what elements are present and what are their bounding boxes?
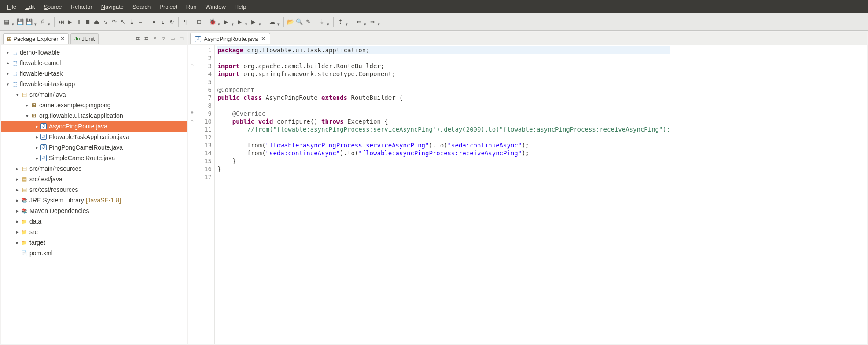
expand-arrow-icon[interactable]: ▸: [5, 60, 11, 66]
breakpoint-icon[interactable]: ●: [150, 18, 158, 26]
maximize-icon[interactable]: ◻: [178, 35, 185, 42]
tree-node[interactable]: ▸flowable-camel: [1, 58, 187, 68]
menu-run[interactable]: Run: [182, 1, 201, 13]
tree-node[interactable]: ▾src/main/java: [1, 89, 187, 100]
expand-arrow-icon[interactable]: ▸: [34, 155, 40, 161]
expand-arrow-icon[interactable]: ▸: [15, 219, 21, 224]
editor-tab[interactable]: AsyncPingRoute.java ✕: [190, 33, 270, 44]
tree-node[interactable]: ▸Maven Dependencies: [1, 206, 187, 216]
tree-node[interactable]: ▸src/main/resources: [1, 163, 187, 174]
debug-step-icon[interactable]: ▶: [66, 18, 74, 26]
dropdown-icon[interactable]: [48, 20, 51, 24]
tree-node[interactable]: ▸data: [1, 216, 187, 227]
close-icon[interactable]: ✕: [60, 36, 65, 42]
expand-arrow-icon[interactable]: ▸: [15, 240, 21, 246]
menu-window[interactable]: Window: [201, 1, 230, 13]
new-server-icon[interactable]: ☁: [268, 18, 276, 26]
tree-node[interactable]: ▾flowable-ui-task-app: [1, 79, 187, 89]
tree-node[interactable]: ▸target: [1, 237, 187, 248]
step-return-icon[interactable]: ↖: [119, 18, 127, 26]
next-icon[interactable]: ⇣: [318, 18, 326, 26]
menu-project[interactable]: Project: [155, 1, 181, 13]
dropdown-icon[interactable]: [232, 20, 235, 24]
code-line[interactable]: [217, 54, 670, 62]
expand-arrow-icon[interactable]: ▸: [15, 229, 21, 235]
save-all-icon[interactable]: 💾: [25, 18, 33, 26]
step-into-icon[interactable]: ↘: [101, 18, 109, 26]
expand-arrow-icon[interactable]: ▸: [15, 187, 21, 193]
back-icon[interactable]: ⇐: [355, 18, 363, 26]
expr-icon[interactable]: ᴇ: [159, 18, 167, 26]
expand-arrow-icon[interactable]: ▸: [34, 145, 40, 150]
view-menu-icon[interactable]: ⚬: [151, 35, 158, 42]
code-line[interactable]: public class AsyncPingRoute extends Rout…: [217, 94, 670, 102]
menu-search[interactable]: Search: [128, 1, 155, 13]
tree-node[interactable]: ▸demo-flowable: [1, 47, 187, 58]
dropdown-icon[interactable]: [34, 20, 38, 24]
code-content[interactable]: package org.flowable.ui.task.application…: [215, 45, 673, 344]
dropdown-icon[interactable]: [12, 20, 15, 24]
prev-icon[interactable]: ⇡: [336, 18, 344, 26]
dropdown-icon[interactable]: [346, 20, 349, 24]
tree-node[interactable]: ▸FlowableTaskApplication.java: [1, 132, 187, 142]
menu-refactor[interactable]: Refactor: [66, 1, 97, 13]
stop-icon[interactable]: ⏹: [84, 18, 92, 26]
dropdown-icon[interactable]: [245, 20, 249, 24]
task-icon[interactable]: ✎: [304, 18, 312, 26]
step-over-icon[interactable]: ↷: [110, 18, 118, 26]
code-line[interactable]: from("flowable:asyncPingProcess:serviceA…: [217, 141, 670, 149]
tree-node[interactable]: ▸JRE System Library[JavaSE-1.8]: [1, 195, 187, 206]
code-line[interactable]: public void configure() throws Exception…: [217, 117, 670, 125]
code-line[interactable]: }: [217, 165, 670, 173]
save-icon[interactable]: 💾: [16, 18, 24, 26]
project-tree[interactable]: ▸demo-flowable▸flowable-camel▸flowable-u…: [1, 45, 187, 344]
skip-icon[interactable]: ⏭: [57, 18, 65, 26]
code-line[interactable]: [217, 78, 670, 86]
tab-package-explorer[interactable]: Package Explorer ✕: [3, 33, 69, 44]
dropdown-icon[interactable]: [364, 20, 368, 24]
expand-arrow-icon[interactable]: ▸: [34, 124, 40, 129]
expand-arrow-icon[interactable]: ▸: [15, 198, 21, 203]
code-area[interactable]: ⊖⊖△ 1234567891011121314151617 package or…: [188, 45, 867, 344]
tree-node[interactable]: ▸AsyncPingRoute.java: [1, 121, 187, 132]
pause-icon[interactable]: ⏸: [75, 18, 83, 26]
menu-help[interactable]: Help: [230, 1, 251, 13]
run-ext-icon[interactable]: ▶: [250, 18, 257, 26]
run-icon[interactable]: ▶: [222, 18, 230, 26]
code-line[interactable]: [217, 102, 670, 110]
dropdown-icon[interactable]: [378, 20, 381, 24]
menu-file[interactable]: File: [3, 1, 21, 13]
expand-arrow-icon[interactable]: ▸: [5, 71, 11, 77]
fwd-icon[interactable]: ⇒: [368, 18, 376, 26]
tree-node[interactable]: pom.xml: [1, 248, 187, 258]
tree-node[interactable]: ▸PingPongCamelRoute.java: [1, 142, 187, 153]
new-pkg-icon[interactable]: ⊞: [195, 18, 203, 26]
minimize-icon[interactable]: ▭: [169, 35, 176, 42]
expand-arrow-icon[interactable]: ▾: [15, 92, 21, 98]
code-line[interactable]: package org.flowable.ui.task.application…: [217, 46, 670, 54]
code-line[interactable]: import org.apache.camel.builder.RouteBui…: [217, 62, 670, 70]
code-line[interactable]: @Override: [217, 110, 670, 117]
link-editor-icon[interactable]: ⇄: [143, 35, 150, 42]
new-icon[interactable]: ▤: [3, 18, 11, 26]
tree-node[interactable]: ▸SimpleCamelRoute.java: [1, 153, 187, 163]
dropdown-icon[interactable]: [327, 20, 331, 24]
dropdown-icon[interactable]: [218, 20, 221, 24]
code-line[interactable]: //from("flowable:asyncPingProcess:servic…: [217, 125, 670, 133]
tree-node[interactable]: ▸flowable-ui-task: [1, 68, 187, 79]
dropdown-icon[interactable]: ▿: [160, 35, 167, 42]
tree-node[interactable]: ▸src/test/resources: [1, 184, 187, 195]
tab-junit[interactable]: Ju JUnit: [70, 33, 99, 44]
code-line[interactable]: import org.springframework.stereotype.Co…: [217, 70, 670, 78]
dropdown-icon[interactable]: [259, 20, 262, 24]
run-debug-icon[interactable]: 🐞: [209, 18, 217, 26]
expand-arrow-icon[interactable]: ▾: [24, 113, 30, 119]
code-line[interactable]: from("seda:continueAsync").to("flowable:…: [217, 149, 670, 157]
menu-edit[interactable]: Edit: [21, 1, 39, 13]
code-line[interactable]: [217, 173, 670, 181]
expand-arrow-icon[interactable]: ▸: [15, 166, 21, 172]
expand-arrow-icon[interactable]: ▸: [24, 103, 30, 108]
menu-navigate[interactable]: Navigate: [97, 1, 128, 13]
open-type-icon[interactable]: 📂: [287, 18, 294, 26]
step-filter-icon[interactable]: ≡: [136, 18, 144, 26]
